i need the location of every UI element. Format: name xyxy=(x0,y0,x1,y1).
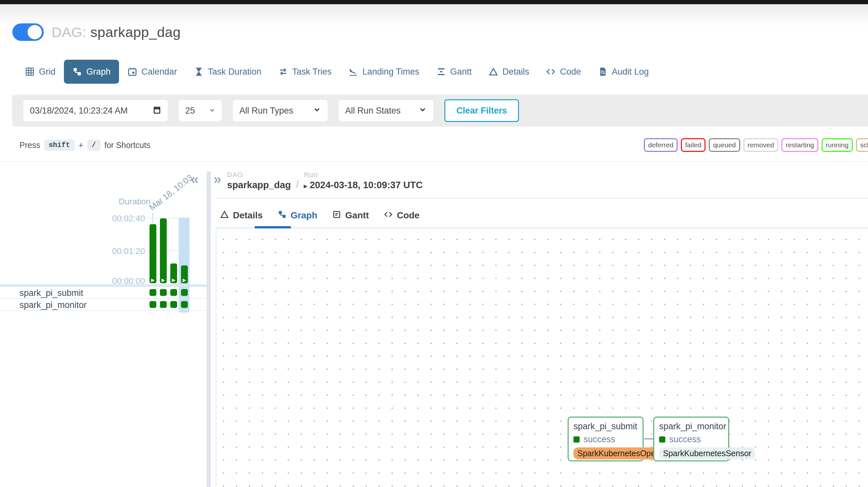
filter-bar: 03/18/2024, 10:23:24 AM 25 All Run Types… xyxy=(12,95,868,126)
graph-icon xyxy=(72,67,82,77)
task-row-spark-pi-monitor: spark_pi_monitor xyxy=(0,299,207,311)
state-legend: deferred failed queued removed restartin… xyxy=(644,138,868,152)
triangle-icon xyxy=(220,210,229,221)
legend-badge-removed[interactable]: removed xyxy=(743,138,778,152)
run-duration-bar-2[interactable]: ▶ xyxy=(160,218,167,283)
tab-landing-times[interactable]: Landing Times xyxy=(340,60,428,84)
node-status: success xyxy=(659,434,723,445)
calendar-icon xyxy=(127,67,137,77)
run-duration-bar-1[interactable]: ▶ xyxy=(150,224,156,283)
run-duration-bar-3[interactable]: ▶ xyxy=(170,264,177,283)
legend-badge-failed[interactable]: failed xyxy=(681,138,706,152)
run-date-label: Mar 18, 10:03 xyxy=(147,173,195,213)
run-states-select[interactable]: All Run States xyxy=(339,100,433,121)
run-states-value: All Run States xyxy=(345,106,401,116)
status-label: success xyxy=(669,434,701,445)
breadcrumb-run: Run ▸2024-03-18, 10:09:37 UTC xyxy=(304,171,423,190)
task-instance-success[interactable] xyxy=(181,301,188,308)
task-edge xyxy=(644,438,653,439)
legend-badge-running[interactable]: running xyxy=(822,138,853,152)
tab-label: Details xyxy=(502,67,529,77)
task-instance-success[interactable] xyxy=(170,301,177,308)
dag-header: DAG: sparkapp_dag xyxy=(12,23,181,41)
grid-header-band xyxy=(0,284,207,287)
shift-key: shift xyxy=(44,140,74,151)
node-status: success xyxy=(574,434,638,445)
y-tick: 00:01:20 xyxy=(107,246,145,256)
legend-badge-deferred[interactable]: deferred xyxy=(644,138,678,152)
play-icon: ▶ xyxy=(170,278,177,282)
graph-node-spark-pi-submit[interactable]: spark_pi_submit success SparkKubernetesO… xyxy=(568,417,644,461)
graph-node-spark-pi-monitor[interactable]: spark_pi_monitor success SparkKubernetes… xyxy=(653,417,729,461)
task-instance-success[interactable] xyxy=(170,289,177,296)
run-date: 2024-03-18, 10:09:37 UTC xyxy=(310,180,423,190)
tab-label: Calendar xyxy=(142,67,177,77)
run-tab-graph[interactable]: Graph xyxy=(278,210,317,221)
task-name[interactable]: spark_pi_submit xyxy=(20,288,83,298)
clear-filters-button[interactable]: Clear Filters xyxy=(444,99,519,122)
expand-panel-icon[interactable]: » xyxy=(213,172,221,186)
plane-landing-icon xyxy=(348,67,358,77)
node-title: spark_pi_submit xyxy=(574,422,638,431)
run-tab-gantt[interactable]: Gantt xyxy=(332,210,369,221)
panel-resize-handle[interactable] xyxy=(207,171,211,487)
tab-label: Grid xyxy=(39,67,56,77)
tab-task-duration[interactable]: Task Duration xyxy=(186,60,270,84)
breadcrumb-run-id[interactable]: ▸2024-03-18, 10:09:37 UTC xyxy=(304,180,423,190)
tab-code[interactable]: Code xyxy=(537,60,589,84)
tab-label: Code xyxy=(560,67,581,77)
tab-calendar[interactable]: Calendar xyxy=(119,60,186,84)
airflow-dag-page: DAG: sparkapp_dag Grid Graph Calendar Ta… xyxy=(0,0,868,487)
task-instance-success[interactable] xyxy=(181,289,188,296)
legend-badge-scheduled[interactable]: scheduled xyxy=(856,138,868,152)
base-date-input[interactable]: 03/18/2024, 10:23:24 AM xyxy=(23,100,168,121)
run-types-value: All Run Types xyxy=(239,106,293,116)
tab-label: Audit Log xyxy=(612,67,649,77)
clear-filters-label: Clear Filters xyxy=(456,106,507,116)
run-tab-details[interactable]: Details xyxy=(220,210,263,221)
doc-lines-icon xyxy=(332,210,341,221)
page-title: DAG: sparkapp_dag xyxy=(52,24,181,40)
header-divider xyxy=(0,161,868,162)
calendar-icon[interactable] xyxy=(153,105,161,117)
page-size-value: 25 xyxy=(185,106,195,116)
tab-details[interactable]: Details xyxy=(480,60,538,84)
legend-badge-restarting[interactable]: restarting xyxy=(781,138,818,152)
tab-graph[interactable]: Graph xyxy=(64,60,119,84)
task-name[interactable]: spark_pi_monitor xyxy=(20,300,87,310)
breadcrumb-run-caption: Run xyxy=(304,171,423,179)
tab-grid[interactable]: Grid xyxy=(17,60,64,84)
code-icon xyxy=(546,67,556,77)
page-size-select[interactable]: 25 xyxy=(179,100,222,121)
task-instance-success[interactable] xyxy=(160,301,167,308)
run-duration-bar-4[interactable]: ▶ xyxy=(181,265,188,283)
hourglass-icon xyxy=(194,67,204,77)
dag-pause-toggle[interactable] xyxy=(12,23,44,41)
run-types-select[interactable]: All Run Types xyxy=(233,100,328,121)
tab-audit-log[interactable]: Audit Log xyxy=(589,60,657,84)
task-instance-success[interactable] xyxy=(150,301,156,308)
legend-badge-queued[interactable]: queued xyxy=(709,138,740,152)
tab-label: Landing Times xyxy=(362,67,420,77)
operator-pill: SparkKubernetesSensor xyxy=(659,448,755,459)
task-instance-success[interactable] xyxy=(150,289,156,296)
run-tab-label: Graph xyxy=(291,210,317,221)
run-tab-label: Details xyxy=(233,210,263,221)
success-status-icon xyxy=(574,436,580,443)
gantt-icon xyxy=(436,67,446,77)
status-label: success xyxy=(584,434,615,445)
dag-graph-canvas[interactable]: spark_pi_submit success SparkKubernetesO… xyxy=(216,229,868,487)
shortcuts-hint: Press shift + / for Shortcuts xyxy=(20,140,150,151)
play-icon: ▶ xyxy=(160,278,167,282)
node-title: spark_pi_monitor xyxy=(659,422,723,431)
breadcrumb: DAG sparkapp_dag / Run ▸2024-03-18, 10:0… xyxy=(227,171,423,190)
tab-task-tries[interactable]: Task Tries xyxy=(270,60,340,84)
dag-view-tabs: Grid Graph Calendar Task Duration Task T… xyxy=(17,60,657,84)
toggle-knob xyxy=(28,25,42,39)
play-icon: ▶ xyxy=(150,278,156,282)
task-row-spark-pi-submit: spark_pi_submit xyxy=(0,287,207,299)
tab-gantt[interactable]: Gantt xyxy=(428,60,480,84)
breadcrumb-dag-id[interactable]: sparkapp_dag xyxy=(227,180,291,190)
run-tab-code[interactable]: Code xyxy=(384,210,420,221)
task-instance-success[interactable] xyxy=(160,289,167,296)
